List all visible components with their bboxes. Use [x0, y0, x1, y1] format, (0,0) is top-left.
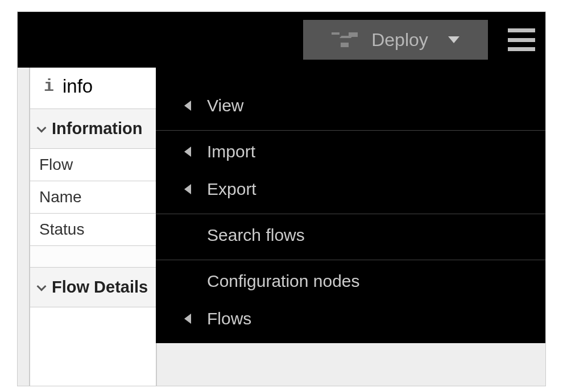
info-panel: i info Information Flow Name Status Flow…: [29, 68, 157, 386]
chevron-down-icon: [37, 123, 47, 132]
caret-left-icon: [184, 101, 191, 111]
left-gutter: [18, 68, 29, 386]
caret-left-icon: [184, 184, 191, 194]
menu-item-label: Flows: [207, 309, 251, 328]
deploy-icon: [332, 30, 360, 49]
section-title: Information: [52, 119, 143, 138]
info-tab[interactable]: i info: [30, 68, 156, 109]
menu-item-export[interactable]: Export: [156, 170, 545, 208]
section-header-information[interactable]: Information: [30, 109, 156, 149]
caret-left-icon: [184, 314, 191, 324]
caret-down-icon: [448, 36, 459, 43]
menu-item-search-flows[interactable]: Search flows: [156, 216, 545, 254]
menu-item-view[interactable]: View: [156, 87, 545, 124]
info-tab-label: info: [63, 76, 93, 97]
info-row-name: Name: [30, 181, 156, 214]
menu-item-label: Configuration nodes: [207, 272, 360, 291]
section-header-flow-details[interactable]: Flow Details: [30, 268, 156, 307]
dropdown-menu: View Import Export Search flows Configur…: [156, 68, 545, 343]
info-row-status: Status: [30, 214, 156, 246]
menu-item-label: Search flows: [207, 226, 305, 245]
info-icon: i: [44, 77, 54, 96]
caret-left-icon: [184, 147, 191, 157]
menu-group: View: [156, 85, 545, 131]
menu-group: Configuration nodes Flows: [156, 260, 545, 343]
menu-group: Search flows: [156, 214, 545, 260]
info-spacer: [30, 246, 156, 268]
menu-item-configuration-nodes[interactable]: Configuration nodes: [156, 262, 545, 300]
menu-item-flows[interactable]: Flows: [156, 300, 545, 337]
info-row-flow: Flow: [30, 149, 156, 181]
menu-item-label: Export: [207, 180, 256, 199]
hamburger-menu-button[interactable]: [508, 28, 535, 51]
app-container: Deploy i info Information Flow Name Stat…: [17, 11, 546, 386]
menu-group: Import Export: [156, 131, 545, 214]
deploy-label: Deploy: [371, 30, 428, 51]
menu-item-import[interactable]: Import: [156, 133, 545, 170]
section-title: Flow Details: [52, 278, 148, 297]
menu-item-label: Import: [207, 142, 255, 161]
chevron-down-icon: [37, 281, 47, 291]
header-bar: Deploy: [18, 12, 545, 68]
deploy-button[interactable]: Deploy: [303, 20, 488, 60]
menu-item-label: View: [207, 96, 243, 115]
